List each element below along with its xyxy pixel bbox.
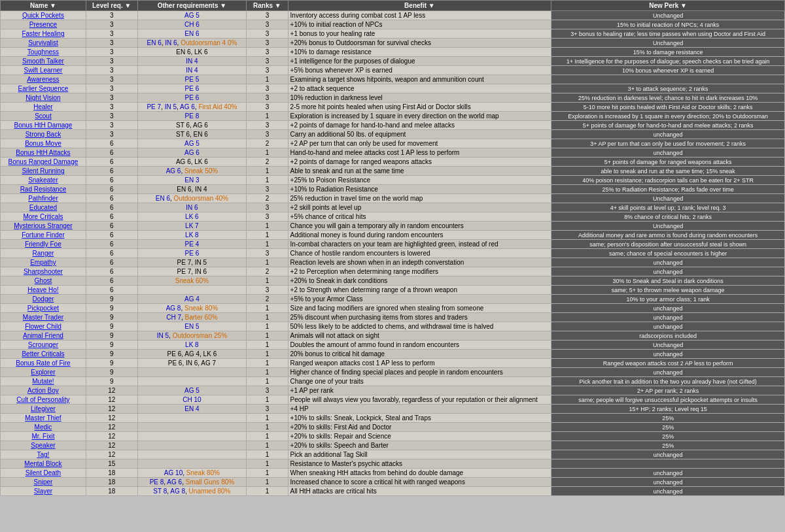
table-row: Bonus HtH Attacks6AG 61Hand-to-hand and … <box>1 148 785 158</box>
perk-name[interactable]: Mutate! <box>1 377 86 386</box>
perk-ranks: 2 <box>247 267 288 276</box>
perk-name[interactable]: Explorer <box>1 368 86 377</box>
perk-name[interactable]: Rad Resistance <box>1 185 86 194</box>
perk-name[interactable]: More Criticals <box>1 212 86 222</box>
perk-name[interactable]: Master Thief <box>1 414 86 423</box>
perk-name[interactable]: Earlier Sequence <box>1 84 86 93</box>
perk-level: 9 <box>86 304 137 313</box>
perk-new: same; person's disposition after unsucce… <box>551 240 785 249</box>
perk-name[interactable]: Bonus Move <box>1 139 86 148</box>
perk-name[interactable]: Scrounger <box>1 341 86 350</box>
perk-name[interactable]: Mr. Fixit <box>1 432 86 441</box>
perk-name[interactable]: Animal Friend <box>1 331 86 341</box>
perk-name[interactable]: Pathfinder <box>1 194 86 203</box>
perk-name[interactable]: Snakeater <box>1 176 86 185</box>
perk-reqs: PE 6, AG 4, LK 6 <box>137 350 247 359</box>
sort-icon-benefit: ▼ <box>428 2 435 9</box>
perk-reqs: AG 6, LK 6 <box>137 158 247 167</box>
table-row: Master Thief121+10% to skills: Sneak, Lo… <box>1 414 785 423</box>
perk-name[interactable]: Medic <box>1 423 86 432</box>
perk-name[interactable]: Faster Healing <box>1 29 86 39</box>
col-header-name[interactable]: Name ▼ <box>1 1 86 11</box>
perk-name[interactable]: Bonus HtH Attacks <box>1 148 86 158</box>
perk-name[interactable]: Fortune Finder <box>1 231 86 240</box>
table-row: Pickpocket9AG 8, Sneak 80%1Size and faci… <box>1 304 785 313</box>
col-header-benefit[interactable]: Benefit ▼ <box>288 1 551 11</box>
perk-level: 6 <box>86 185 137 194</box>
perk-reqs: CH 7, Barter 60% <box>137 313 247 322</box>
table-row: Slayer18ST 8, AG 8, Unarmed 80%1All HtH … <box>1 487 785 496</box>
perk-level: 6 <box>86 158 137 167</box>
perk-name[interactable]: Swift Learner <box>1 66 86 75</box>
table-row: Sniper18PE 8, AG 6, Small Guns 80%1Incre… <box>1 478 785 487</box>
perk-new: unchanged <box>551 130 785 139</box>
perk-name[interactable]: Pickpocket <box>1 304 86 313</box>
perk-name[interactable]: Friendly Foe <box>1 240 86 249</box>
perk-ranks: 3 <box>247 84 288 93</box>
perk-name[interactable]: Lifegiver <box>1 405 86 414</box>
perk-name[interactable]: Action Boy <box>1 386 86 395</box>
col-header-newperk[interactable]: New Perk ▼ <box>551 1 785 11</box>
col-header-reqs[interactable]: Other requirements ▼ <box>137 1 247 11</box>
perk-name[interactable]: Sniper <box>1 478 86 487</box>
perk-level: 6 <box>86 176 137 185</box>
perk-new: 25% <box>551 414 785 423</box>
perk-name[interactable]: Bonus Rate of Fire <box>1 359 86 368</box>
perk-ranks: 1 <box>247 469 288 478</box>
perk-name[interactable]: Ghost <box>1 276 86 286</box>
col-header-level[interactable]: Level req. ▼ <box>86 1 137 11</box>
col-header-ranks[interactable]: Ranks ▼ <box>247 1 288 11</box>
perk-name[interactable]: Cult of Personality <box>1 395 86 405</box>
perk-name[interactable]: Speaker <box>1 441 86 450</box>
perk-name[interactable]: Smooth Talker <box>1 57 86 66</box>
perk-name[interactable]: Awareness <box>1 75 86 84</box>
perk-name[interactable]: Empathy <box>1 258 86 267</box>
perk-reqs: ST 8, AG 8, Unarmed 80% <box>137 487 247 496</box>
perk-name[interactable]: Silent Death <box>1 469 86 478</box>
table-row: Mental Block151Resistance to Master's ps… <box>1 459 785 469</box>
perk-name[interactable]: Strong Back <box>1 130 86 139</box>
perk-reqs: AG 4 <box>137 295 247 304</box>
perk-name[interactable]: Tag! <box>1 450 86 459</box>
perk-name[interactable]: Bonus HtH Damage <box>1 121 86 130</box>
perk-name[interactable]: Educated <box>1 203 86 212</box>
perk-name[interactable]: Scout <box>1 112 86 121</box>
table-row: Mysterious Stranger6LK 71Chance you will… <box>1 222 785 231</box>
perk-reqs: IN 5, Outdoorsman 25% <box>137 331 247 341</box>
perk-reqs: PE 8, AG 6, Small Guns 80% <box>137 478 247 487</box>
perk-name[interactable]: Dodger <box>1 295 86 304</box>
perk-benefit: 50% less likely to be addicted to chems,… <box>288 322 551 331</box>
perk-level: 6 <box>86 148 137 158</box>
perk-name[interactable]: Quick Pockets <box>1 11 86 20</box>
perk-level: 9 <box>86 359 137 368</box>
perk-name[interactable]: Survivalist <box>1 39 86 48</box>
perk-name[interactable]: Master Trader <box>1 313 86 322</box>
perk-ranks: 3 <box>247 11 288 20</box>
perk-benefit: Hand-to-hand and melee attacks cost 1 AP… <box>288 148 551 158</box>
perk-name[interactable]: Mysterious Stranger <box>1 222 86 231</box>
perk-name[interactable]: Silent Running <box>1 167 86 176</box>
perk-new: unchanged <box>551 478 785 487</box>
perk-ranks: 1 <box>247 377 288 386</box>
perk-name[interactable]: Bonus Ranged Damage <box>1 158 86 167</box>
perk-name[interactable]: Slayer <box>1 487 86 496</box>
perk-name[interactable]: Flower Child <box>1 322 86 331</box>
perk-new: Unchanged <box>551 11 785 20</box>
perk-benefit: +2 points of damage for hand-to-hand and… <box>288 121 551 130</box>
perk-level: 9 <box>86 313 137 322</box>
perk-reqs: PE 7, IN 5, AG 6, First Aid 40% <box>137 103 247 112</box>
perk-name[interactable]: Sharpshooter <box>1 267 86 276</box>
perk-name[interactable]: Night Vision <box>1 93 86 103</box>
perk-name[interactable]: Mental Block <box>1 459 86 469</box>
perk-level: 18 <box>86 469 137 478</box>
sort-icon-reqs: ▼ <box>220 2 226 9</box>
perk-name[interactable]: Presence <box>1 20 86 29</box>
perk-benefit: When sneaking HtH attacks from behind do… <box>288 469 551 478</box>
perk-name[interactable]: Heave Ho! <box>1 286 86 295</box>
perk-name[interactable]: Toughness <box>1 48 86 57</box>
perk-reqs: LK 8 <box>137 231 247 240</box>
perk-name[interactable]: Healer <box>1 103 86 112</box>
perk-name[interactable]: Ranger <box>1 249 86 258</box>
perk-new: 25% to Radiation Resistance; Rads fade o… <box>551 185 785 194</box>
perk-name[interactable]: Better Criticals <box>1 350 86 359</box>
